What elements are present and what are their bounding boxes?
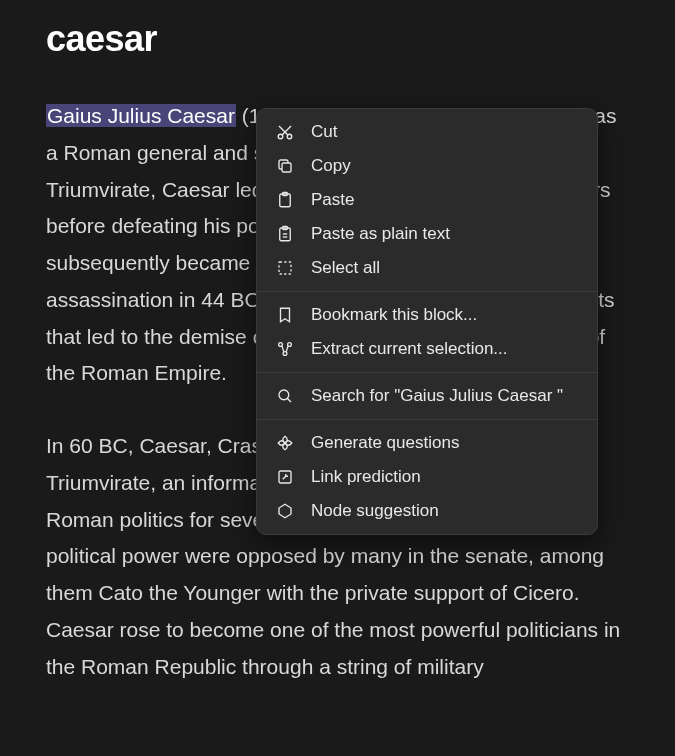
text-selection[interactable]: Gaius Julius Caesar: [46, 104, 236, 127]
menu-cut[interactable]: Cut: [257, 115, 597, 149]
node-suggestion-icon: [275, 501, 295, 521]
svg-line-16: [287, 398, 291, 402]
extract-icon: [275, 339, 295, 359]
menu-paste-plain-label: Paste as plain text: [311, 224, 450, 244]
paste-icon: [275, 190, 295, 210]
menu-select-all[interactable]: Select all: [257, 251, 597, 285]
search-icon: [275, 386, 295, 406]
svg-point-15: [279, 390, 289, 400]
paste-plain-icon: [275, 224, 295, 244]
menu-separator: [257, 291, 597, 292]
menu-bookmark-label: Bookmark this block...: [311, 305, 477, 325]
cut-icon: [275, 122, 295, 142]
menu-search-label: Search for "Gaius Julius Caesar ": [311, 386, 563, 406]
select-all-icon: [275, 258, 295, 278]
menu-copy-label: Copy: [311, 156, 351, 176]
menu-copy[interactable]: Copy: [257, 149, 597, 183]
menu-extract-label: Extract current selection...: [311, 339, 508, 359]
menu-paste-label: Paste: [311, 190, 354, 210]
svg-point-14: [283, 352, 287, 356]
menu-separator: [257, 372, 597, 373]
menu-paste-plain[interactable]: Paste as plain text: [257, 217, 597, 251]
svg-point-13: [288, 343, 292, 347]
copy-icon: [275, 156, 295, 176]
menu-extract[interactable]: Extract current selection...: [257, 332, 597, 366]
menu-cut-label: Cut: [311, 122, 337, 142]
svg-rect-4: [282, 163, 291, 172]
menu-link-prediction[interactable]: Link prediction: [257, 460, 597, 494]
menu-select-all-label: Select all: [311, 258, 380, 278]
menu-node-suggestion[interactable]: Node suggestion: [257, 494, 597, 528]
menu-generate-questions[interactable]: Generate questions: [257, 426, 597, 460]
link-prediction-icon: [275, 467, 295, 487]
menu-link-prediction-label: Link prediction: [311, 467, 421, 487]
svg-marker-18: [279, 504, 291, 518]
generate-icon: [275, 433, 295, 453]
svg-rect-11: [279, 262, 291, 274]
menu-node-suggestion-label: Node suggestion: [311, 501, 439, 521]
menu-generate-label: Generate questions: [311, 433, 459, 453]
menu-paste[interactable]: Paste: [257, 183, 597, 217]
menu-separator: [257, 419, 597, 420]
bookmark-icon: [275, 305, 295, 325]
page-title: caesar: [46, 18, 629, 60]
svg-point-12: [279, 343, 283, 347]
menu-search[interactable]: Search for "Gaius Julius Caesar ": [257, 379, 597, 413]
menu-bookmark[interactable]: Bookmark this block...: [257, 298, 597, 332]
context-menu: Cut Copy Paste Paste as plain te: [256, 108, 598, 535]
